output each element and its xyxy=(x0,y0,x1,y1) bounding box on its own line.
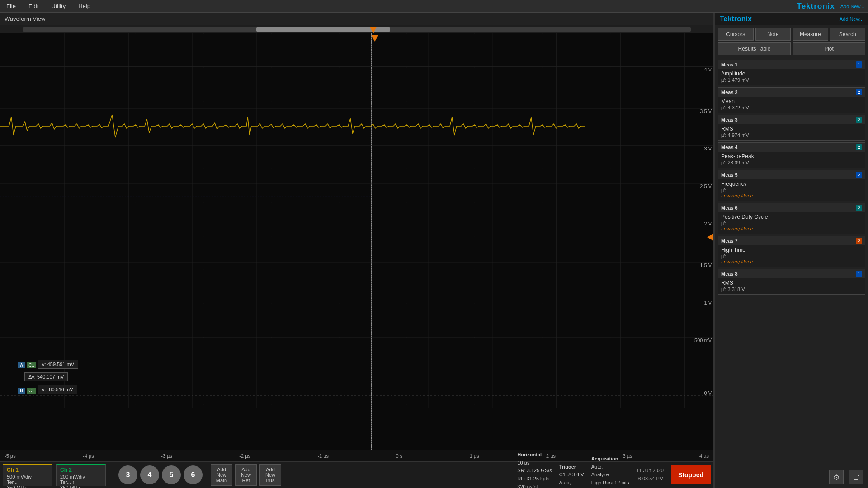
channel-1-block[interactable]: Ch 1 500 mV/div Ter... 350 MHz xyxy=(3,464,52,486)
main-layout: Waveform View 4 V 3.5 V 3 V 2.5 V 2 V 1.… xyxy=(0,13,868,488)
time-label-5: 0 s xyxy=(396,453,403,459)
note-button[interactable]: Note xyxy=(755,28,791,41)
tektronix-brand: Tektronix xyxy=(797,2,835,11)
add-math-button[interactable]: Add New Math xyxy=(211,464,232,486)
acquisition-analyze: Analyze xyxy=(591,471,629,479)
meas-4-type: Peak-to-Peak xyxy=(721,153,862,160)
measurements-section: Meas 1 1 Amplitude µ': 1.479 mV Meas 2 2… xyxy=(715,58,868,466)
horizontal-sr: SR: 3.125 GS/s xyxy=(517,467,552,475)
waveform-title: Waveform View xyxy=(5,15,45,22)
num-button-6[interactable]: 6 xyxy=(184,465,203,484)
channel-info-row: Ch 1 500 mV/div Ter... 350 MHz Ch 2 200 … xyxy=(0,461,713,488)
meas-3-label: Meas 3 xyxy=(721,117,738,122)
meas-4-badge: 2 xyxy=(856,144,862,150)
meas-2-value: µ': 4.372 mV xyxy=(721,105,862,110)
cursor-delta-v: Δv: 540.107 mV xyxy=(24,372,68,381)
meas-5-item[interactable]: Meas 5 2 Frequency µ': — Low amplitude xyxy=(718,170,865,201)
datetime-date: 11 Jun 2020 xyxy=(636,467,664,475)
meas-5-badge: 2 xyxy=(856,172,862,178)
meas-7-type: High Time xyxy=(721,247,862,253)
horizontal-label: Horizontal xyxy=(517,451,552,459)
meas-1-label: Meas 1 xyxy=(721,62,738,67)
meas-6-value: µ': -- xyxy=(721,221,862,226)
ch2-name: Ch 2 xyxy=(60,467,102,473)
grid-area[interactable]: 4 V 3.5 V 3 V 2.5 V 2 V 1.5 V 1 V 500 mV… xyxy=(0,33,713,450)
meas-7-badge: 2 xyxy=(856,238,862,244)
waveform-scroll[interactable] xyxy=(0,25,713,33)
horizontal-block[interactable]: Horizontal 10 µs SR: 3.125 GS/s RL: 31.2… xyxy=(517,451,552,488)
delete-icon-btn[interactable]: 🗑 xyxy=(849,470,863,484)
time-label-2: -3 µs xyxy=(161,453,172,459)
meas-6-warning: Low amplitude xyxy=(721,226,862,231)
time-label-1: -4 µs xyxy=(83,453,94,459)
menu-item-utility[interactable]: Utility xyxy=(48,2,68,10)
waveform-container: Waveform View 4 V 3.5 V 3 V 2.5 V 2 V 1.… xyxy=(0,13,714,488)
cursor-readouts: A C1 v: 459.591 mV Δv: 540.107 mV B C1 v… xyxy=(18,360,78,396)
ch1-ter: Ter... xyxy=(7,479,48,485)
meas-1-item[interactable]: Meas 1 1 Amplitude µ': 1.479 mV xyxy=(718,60,865,85)
meas-3-badge: 2 xyxy=(856,117,862,123)
trigger-block[interactable]: Trigger C1 ↗ 3.4 V Auto, xyxy=(559,463,584,487)
meas-6-badge: 2 xyxy=(856,205,862,211)
meas-2-type: Mean xyxy=(721,98,862,104)
right-info: Horizontal 10 µs SR: 3.125 GS/s RL: 31.2… xyxy=(517,464,711,486)
ch1-scale: 500 mV/div xyxy=(7,474,48,479)
cursor-v-a: v: 459.591 mV xyxy=(38,360,78,369)
menu-item-help[interactable]: Help xyxy=(75,2,93,10)
cursor-ch1-label-b: C1 xyxy=(27,388,36,394)
num-button-3[interactable]: 3 xyxy=(118,465,137,484)
meas-7-item[interactable]: Meas 7 2 High Time µ': — Low amplitude xyxy=(718,236,865,267)
menubar: File Edit Utility Help Tektronix Add New… xyxy=(0,0,868,13)
time-label-6: 1 µs xyxy=(470,453,479,459)
menu-item-edit[interactable]: Edit xyxy=(26,2,41,10)
meas-6-item[interactable]: Meas 6 2 Positive Duty Cycle µ': -- Low … xyxy=(718,203,865,234)
right-panel-add-new[interactable]: Add New... xyxy=(840,16,863,22)
acquisition-block[interactable]: Acquisition Auto, Analyze High Res: 12 b… xyxy=(591,455,629,488)
ch2-freq: 350 MHz xyxy=(60,485,102,488)
meas-8-value: µ': 3.318 V xyxy=(721,286,862,292)
meas-3-value: µ': 4.974 mV xyxy=(721,132,862,138)
meas-7-value: µ': — xyxy=(721,253,862,259)
results-table-button[interactable]: Results Table xyxy=(718,42,791,55)
waveform-display xyxy=(0,33,713,450)
trigger-type: Auto, xyxy=(559,479,584,487)
meas-3-type: RMS xyxy=(721,126,862,132)
right-bottom-icons: ⚙ 🗑 xyxy=(715,466,868,488)
cursors-button[interactable]: Cursors xyxy=(718,28,754,41)
add-ref-button[interactable]: Add New Ref xyxy=(235,464,257,486)
acquisition-label: Acquisition xyxy=(591,455,629,463)
add-new-link[interactable]: Add New... xyxy=(840,4,864,9)
meas-4-item[interactable]: Meas 4 2 Peak-to-Peak µ': 23.09 mV xyxy=(718,142,865,168)
num-button-5[interactable]: 5 xyxy=(162,465,181,484)
cursor-a-label: A xyxy=(18,362,25,368)
ch2-scale: 200 mV/div xyxy=(60,474,102,479)
add-bus-button[interactable]: Add New Bus xyxy=(259,464,281,486)
horizontal-pt: 320 ps/pt xyxy=(517,483,552,488)
meas-6-label: Meas 6 xyxy=(721,205,738,211)
settings-icon-btn[interactable]: ⚙ xyxy=(829,470,844,484)
num-button-4[interactable]: 4 xyxy=(140,465,159,484)
meas-3-item[interactable]: Meas 3 2 RMS µ': 4.974 mV xyxy=(718,115,865,141)
meas-5-type: Frequency xyxy=(721,181,862,187)
meas-7-warning: Low amplitude xyxy=(721,259,862,264)
menu-item-file[interactable]: File xyxy=(4,2,19,10)
meas-6-type: Positive Duty Cycle xyxy=(721,214,862,220)
num-buttons: 3 4 5 6 xyxy=(118,464,203,486)
channel-2-block[interactable]: Ch 2 200 mV/div Ter... ↑ 350 MHz xyxy=(56,464,106,486)
datetime-time: 6:08:54 PM xyxy=(636,475,664,483)
trigger-label: Trigger xyxy=(559,463,584,471)
meas-8-badge: 1 xyxy=(856,271,862,277)
search-button[interactable]: Search xyxy=(830,28,866,41)
horizontal-scale: 10 µs xyxy=(517,459,552,467)
meas-2-item[interactable]: Meas 2 2 Mean µ': 4.372 mV xyxy=(718,87,865,113)
measure-button[interactable]: Measure xyxy=(793,28,828,41)
meas-8-item[interactable]: Meas 8 1 RMS µ': 3.318 V xyxy=(718,269,865,295)
stop-button[interactable]: Stopped xyxy=(671,465,711,484)
cursor-ch1-label-a: C1 xyxy=(27,362,36,368)
meas-1-type: Amplitude xyxy=(721,70,862,77)
time-label-3: -2 µs xyxy=(239,453,250,459)
plot-button[interactable]: Plot xyxy=(793,42,865,55)
scroll-thumb[interactable] xyxy=(256,27,390,32)
waveform-title-bar: Waveform View xyxy=(0,13,713,25)
ch1-freq: 350 MHz xyxy=(7,485,48,488)
